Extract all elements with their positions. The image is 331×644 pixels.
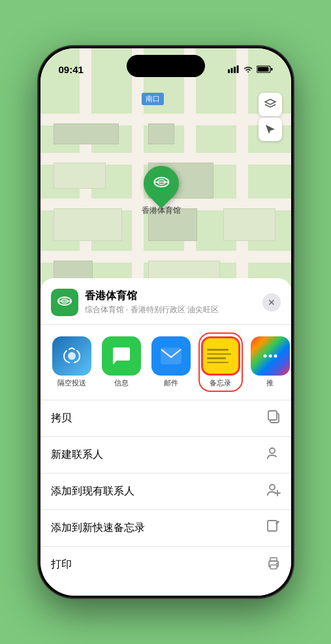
stadium-icon	[153, 174, 170, 191]
add-to-contact-label: 添加到现有联系人	[51, 485, 134, 498]
bottom-sheet: 香港体育馆 综合体育馆 · 香港特别行政区 油尖旺区 ✕	[40, 278, 291, 596]
location-info: 香港体育馆 综合体育馆 · 香港特别行政区 油尖旺区	[85, 289, 262, 315]
quick-note-icon	[266, 519, 281, 537]
svg-rect-24	[268, 521, 277, 531]
mail-label: 邮件	[164, 378, 178, 388]
share-item-notes[interactable]: 备忘录	[200, 334, 242, 391]
more-dots-icon	[261, 347, 279, 365]
svg-rect-6	[271, 68, 273, 71]
quick-note-label: 添加到新快速备忘录	[51, 521, 145, 535]
more-share-icon	[251, 336, 290, 376]
svg-rect-1	[230, 68, 232, 73]
new-contact-label: 新建联系人	[51, 448, 103, 462]
svg-point-20	[270, 448, 275, 453]
location-arrow-icon	[264, 123, 276, 135]
messages-icon	[102, 336, 141, 376]
add-to-contact-icon	[266, 483, 281, 500]
person-add-symbol	[266, 446, 281, 460]
dynamic-island	[127, 55, 205, 77]
location-venue-icon	[51, 289, 78, 316]
square-pencil-symbol	[266, 519, 281, 534]
action-quick-note[interactable]: 添加到新快速备忘录	[40, 510, 291, 547]
share-item-mail[interactable]: 邮件	[150, 336, 192, 388]
print-icon	[266, 556, 281, 573]
airdrop-symbol	[61, 346, 82, 366]
svg-point-15	[263, 355, 266, 358]
share-item-messages[interactable]: 信息	[101, 336, 142, 388]
svg-rect-27	[270, 565, 277, 569]
location-subtitle: 综合体育馆 · 香港特别行政区 油尖旺区	[85, 304, 262, 315]
location-button[interactable]	[259, 118, 282, 141]
notes-icon	[201, 336, 240, 376]
action-print[interactable]: 打印	[40, 547, 291, 583]
share-item-more[interactable]: 推	[249, 336, 291, 388]
map-controls	[259, 93, 282, 141]
mail-symbol	[160, 347, 182, 365]
printer-symbol	[266, 556, 281, 570]
svg-point-17	[274, 355, 277, 358]
airdrop-icon	[52, 336, 91, 376]
map-entrance-label: 南口	[142, 93, 164, 105]
battery-icon	[257, 65, 273, 73]
svg-rect-2	[234, 67, 236, 73]
copy-icon	[266, 410, 281, 427]
map-layers-icon	[264, 98, 277, 111]
mail-icon	[151, 336, 191, 376]
status-icons	[228, 65, 273, 73]
map-type-button[interactable]	[259, 93, 282, 116]
share-row: 隔空投送 信息	[40, 325, 291, 400]
svg-point-13	[68, 352, 76, 360]
share-item-airdrop[interactable]: 隔空投送	[51, 336, 93, 388]
svg-rect-0	[228, 69, 230, 73]
svg-rect-19	[268, 411, 277, 420]
messages-label: 信息	[114, 378, 129, 388]
svg-point-28	[276, 563, 277, 564]
person-badge-plus-symbol	[266, 483, 281, 497]
more-label: 推	[266, 378, 274, 388]
notes-label: 备忘录	[210, 378, 231, 388]
phone-frame: 09:41	[39, 46, 293, 598]
stadium-marker[interactable]: 香港体育馆	[142, 166, 181, 216]
airdrop-label: 隔空投送	[57, 378, 86, 388]
new-contact-icon	[266, 446, 281, 464]
svg-rect-14	[161, 348, 181, 364]
signal-icon	[228, 65, 240, 73]
svg-point-16	[268, 355, 272, 358]
action-add-to-contact[interactable]: 添加到现有联系人	[40, 474, 291, 510]
svg-rect-5	[257, 67, 268, 72]
messages-symbol	[110, 345, 133, 367]
venue-stadium-icon	[57, 293, 72, 309]
location-name: 香港体育馆	[85, 289, 262, 303]
status-time: 09:41	[59, 64, 84, 75]
close-button[interactable]: ✕	[262, 293, 281, 312]
svg-point-21	[270, 485, 275, 490]
copy-label: 拷贝	[51, 411, 72, 425]
svg-rect-3	[236, 65, 238, 73]
wifi-icon	[243, 65, 253, 73]
print-label: 打印	[51, 558, 72, 572]
copy-symbol	[266, 410, 281, 424]
location-header: 香港体育馆 综合体育馆 · 香港特别行政区 油尖旺区 ✕	[40, 278, 291, 325]
action-new-contact[interactable]: 新建联系人	[40, 437, 291, 474]
action-copy[interactable]: 拷贝	[40, 400, 291, 437]
phone-screen: 09:41	[40, 48, 291, 596]
